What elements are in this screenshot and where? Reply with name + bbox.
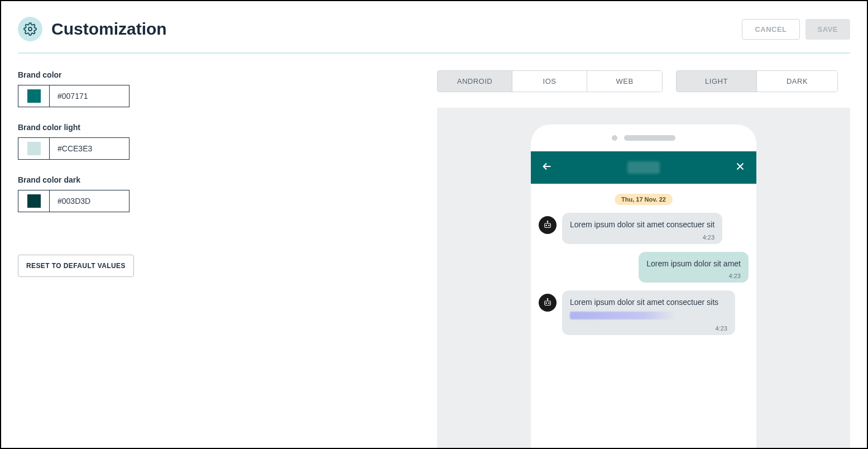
message-bubble: Lorem ipsum dolor sit amet 4:23 xyxy=(639,252,749,283)
svg-point-4 xyxy=(547,221,548,222)
message-time: 4:23 xyxy=(570,325,727,332)
tab-web[interactable]: WEB xyxy=(587,71,662,92)
brand-color-light-label: Brand color light xyxy=(18,123,426,132)
brand-color-field: Brand color #007171 xyxy=(18,70,426,107)
preview-area: Thu, 17 Nov. 22 Lorem ipsum dolor sit am… xyxy=(437,108,850,448)
bot-avatar-icon xyxy=(539,216,557,234)
message-row: Lorem ipsum dolor sit amet consectuer si… xyxy=(539,213,749,244)
message-time: 4:23 xyxy=(570,234,714,241)
theme-tabs: LIGHT DARK xyxy=(676,70,838,92)
brand-color-light-swatch xyxy=(27,142,41,155)
brand-color-light-hex[interactable]: #CCE3E3 xyxy=(50,138,129,159)
brand-color-swatch xyxy=(27,89,41,103)
date-pill: Thu, 17 Nov. 22 xyxy=(615,194,673,205)
placeholder-content xyxy=(570,312,676,319)
tab-android[interactable]: ANDROID xyxy=(438,71,512,92)
brand-color-dark-swatch xyxy=(27,194,41,208)
svg-point-3 xyxy=(549,225,550,226)
message-bubble: Lorem ipsum dolor sit amet consectuer si… xyxy=(562,290,735,335)
tab-dark[interactable]: DARK xyxy=(757,71,837,92)
platform-tabs: ANDROID IOS WEB xyxy=(437,70,663,92)
brand-color-dark-field: Brand color dark #003D3D xyxy=(18,175,426,212)
message-text: Lorem ipsum dolor sit amet consectuer si… xyxy=(570,297,727,308)
message-time: 4:23 xyxy=(646,273,741,279)
phone-notch xyxy=(531,125,756,151)
cancel-button[interactable]: CANCEL xyxy=(742,19,799,40)
brand-color-light-field: Brand color light #CCE3E3 xyxy=(18,123,426,160)
settings-panel: Brand color #007171 Brand color light #C… xyxy=(18,70,426,448)
svg-rect-5 xyxy=(545,301,551,305)
brand-color-label: Brand color xyxy=(18,70,426,79)
message-text: Lorem ipsum dolor sit amet xyxy=(646,259,741,270)
bot-avatar-icon xyxy=(539,294,557,312)
back-icon[interactable] xyxy=(541,160,553,175)
svg-rect-1 xyxy=(545,223,551,228)
brand-color-picker[interactable]: #007171 xyxy=(18,85,130,107)
message-row: Lorem ipsum dolor sit amet 4:23 xyxy=(539,252,749,283)
brand-color-dark-hex[interactable]: #003D3D xyxy=(50,190,129,212)
svg-point-0 xyxy=(28,27,32,31)
gear-icon xyxy=(18,17,42,41)
svg-point-7 xyxy=(549,303,550,304)
svg-point-2 xyxy=(546,225,547,226)
message-row: Lorem ipsum dolor sit amet consectuer si… xyxy=(539,290,749,335)
brand-color-light-picker[interactable]: #CCE3E3 xyxy=(18,137,130,160)
brand-color-dark-picker[interactable]: #003D3D xyxy=(18,190,130,212)
svg-point-6 xyxy=(546,303,547,304)
chat-body: Thu, 17 Nov. 22 Lorem ipsum dolor sit am… xyxy=(531,184,756,448)
message-bubble: Lorem ipsum dolor sit amet consectuer si… xyxy=(562,213,722,244)
close-icon[interactable] xyxy=(734,160,746,175)
phone-frame: Thu, 17 Nov. 22 Lorem ipsum dolor sit am… xyxy=(531,125,756,448)
reset-defaults-button[interactable]: RESET TO DEFAULT VALUES xyxy=(18,255,134,277)
svg-point-8 xyxy=(547,299,548,300)
chat-title xyxy=(627,161,660,174)
preview-panel: ANDROID IOS WEB LIGHT DARK xyxy=(437,70,850,448)
page-title: Customization xyxy=(51,20,167,39)
chat-header xyxy=(531,151,756,184)
tab-light[interactable]: LIGHT xyxy=(677,71,757,92)
save-button[interactable]: SAVE xyxy=(805,19,850,40)
brand-color-hex[interactable]: #007171 xyxy=(50,85,129,107)
brand-color-dark-label: Brand color dark xyxy=(18,175,426,184)
message-text: Lorem ipsum dolor sit amet consectuer si… xyxy=(570,219,714,231)
page-header: Customization CANCEL SAVE xyxy=(18,17,850,54)
tab-ios[interactable]: IOS xyxy=(512,71,587,92)
